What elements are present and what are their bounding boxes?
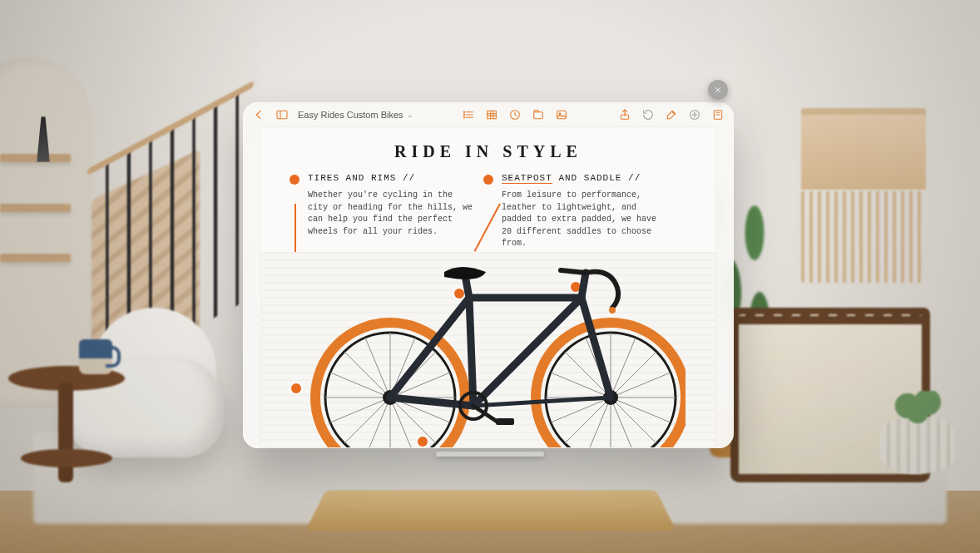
document-title-text: Easy Rides Custom Bikes xyxy=(298,110,403,120)
svg-point-7 xyxy=(464,117,465,118)
page-heading: RIDE IN STYLE xyxy=(261,127,715,173)
svg-line-54 xyxy=(473,397,611,406)
chevron-down-icon: ⌄ xyxy=(407,111,413,119)
close-icon xyxy=(713,85,723,95)
format-panel-icon[interactable] xyxy=(710,107,725,122)
svg-rect-14 xyxy=(534,112,543,119)
svg-line-51 xyxy=(469,298,473,406)
callout-body: Whether you're cycling in the city or he… xyxy=(308,190,475,238)
table-icon[interactable] xyxy=(484,107,499,122)
svg-point-59 xyxy=(609,307,616,314)
svg-rect-8 xyxy=(488,111,497,118)
brush-icon[interactable] xyxy=(664,107,679,122)
bicycle-illustration xyxy=(303,252,686,447)
sidebar-icon[interactable] xyxy=(275,107,290,122)
svg-point-6 xyxy=(464,114,465,115)
back-icon[interactable] xyxy=(251,107,266,122)
svg-line-58 xyxy=(561,270,586,273)
callout-dot-icon xyxy=(290,175,299,185)
image-icon[interactable] xyxy=(554,107,569,122)
window-close-button[interactable] xyxy=(708,80,728,100)
toolbar: Easy Rides Custom Bikes ⌄ xyxy=(243,102,734,127)
callout-dot-icon xyxy=(483,175,493,185)
callout-label: TIRES AND RIMS // xyxy=(308,173,475,183)
svg-rect-15 xyxy=(557,111,567,118)
app-window[interactable]: Easy Rides Custom Bikes ⌄ xyxy=(243,102,734,448)
illustration-area xyxy=(261,252,715,448)
document-canvas[interactable]: RIDE IN STYLE TIRES AND RIMS // Whether … xyxy=(261,127,715,448)
svg-rect-57 xyxy=(496,418,514,425)
svg-point-5 xyxy=(464,111,465,112)
svg-rect-0 xyxy=(277,111,287,118)
media-folder-icon[interactable] xyxy=(531,107,546,122)
history-icon[interactable] xyxy=(641,107,656,122)
svg-point-16 xyxy=(559,113,561,115)
callout-body: From leisure to performance, leather to … xyxy=(502,190,669,250)
list-view-icon[interactable] xyxy=(461,107,476,122)
callouts-row: TIRES AND RIMS // Whether you're cycling… xyxy=(261,173,715,250)
svg-line-53 xyxy=(582,273,586,298)
callout-seatpost: SEATPOST AND SADDLE // From leisure to p… xyxy=(502,173,669,250)
document-title[interactable]: Easy Rides Custom Bikes ⌄ xyxy=(298,110,413,120)
window-grabber[interactable] xyxy=(436,452,544,457)
callout-tires: TIRES AND RIMS // Whether you're cycling… xyxy=(308,173,475,250)
add-circle-icon[interactable] xyxy=(687,107,702,122)
anchor-dot-icon xyxy=(291,383,301,393)
share-icon[interactable] xyxy=(617,107,632,122)
svg-line-46 xyxy=(390,298,469,397)
clock-icon[interactable] xyxy=(507,107,522,122)
callout-label: SEATPOST AND SADDLE // xyxy=(502,173,669,183)
